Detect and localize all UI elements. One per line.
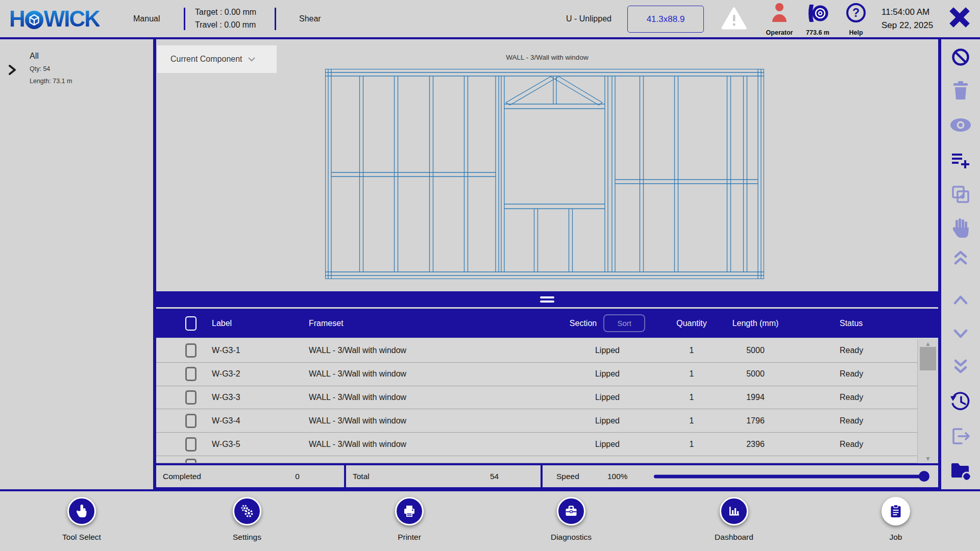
cell-label: W-G3-2 [212,369,309,379]
nav-label: Diagnostics [530,533,612,542]
scrollbar-thumb[interactable] [920,347,936,370]
table-row[interactable]: W-G3-2 WALL - 3/Wall with window Lipped … [156,363,938,386]
profile-indicator: U - Unlipped [566,0,611,37]
toolbox-icon [565,505,578,518]
table-row[interactable]: W-G3-5 WALL - 3/Wall with window Lipped … [156,433,938,456]
close-icon[interactable] [949,7,970,28]
duplicate-icon[interactable] [950,184,971,205]
dimension-box[interactable]: 41.3x88.9 [627,6,704,33]
job-stats-bar: Completed 0 Total 54 Speed 100% [156,463,938,489]
chevron-down-icon[interactable] [951,328,970,340]
nav-label: Job [855,533,937,542]
nav-diagnostics[interactable]: Diagnostics [530,491,612,542]
chevron-right-icon [8,65,17,75]
row-checkbox[interactable] [185,437,197,452]
completed-label: Completed [163,472,201,481]
table-row[interactable]: W-G3-3 WALL - 3/Wall with window Lipped … [156,386,938,410]
coil-button[interactable]: 773.6 m [798,3,837,36]
cell-section: Lipped [544,346,671,355]
nav-dashboard[interactable]: Dashboard [693,491,775,542]
scroll-down-icon[interactable]: ▼ [918,455,938,462]
nav-label: Settings [206,533,288,542]
cell-section: Lipped [544,416,671,425]
select-all-checkbox[interactable] [185,316,197,331]
speed-slider-thumb[interactable] [919,471,929,482]
cell-quantity: 1 [671,440,712,449]
bar-chart-icon [727,505,741,518]
group-title: All [30,52,39,61]
cell-section: Lipped [544,393,671,402]
travel-value: Travel : 0.00 mm [195,20,256,30]
nav-tool-select[interactable]: Tool Select [41,491,122,542]
help-label: Help [849,29,863,36]
frameset-group-all[interactable]: All Qty: 54 Length: 73.1 m [0,44,153,90]
mode-indicator[interactable]: Manual [133,0,160,37]
row-checkbox[interactable] [185,367,197,381]
completed-cell: Completed 0 [156,465,346,487]
scroll-up-icon[interactable]: ▲ [918,340,938,347]
howick-machine-ui: H WICK Manual Target : 0.00 mm Travel : … [0,0,980,551]
gears-icon [240,504,254,518]
operator-button[interactable]: Operator [760,3,799,36]
table-row[interactable]: W-G3-1 WALL - 3/Wall with window Lipped … [156,339,938,363]
table-scrollbar[interactable]: ▲ ▼ [917,339,938,463]
sort-button[interactable]: Sort [603,314,645,332]
nav-label: Tool Select [41,533,122,542]
double-chevron-down-icon[interactable] [951,357,970,376]
cell-frameset: WALL - 3/Wall with window [309,369,544,379]
cell-label: W-G3-3 [212,393,309,402]
speed-label: Speed [556,472,579,481]
row-checkbox[interactable] [185,343,197,358]
cell-status: Ready [799,393,917,402]
row-checkbox[interactable] [185,414,197,428]
cell-length: 1994 [712,393,799,402]
cell-frameset: WALL - 3/Wall with window [309,440,544,449]
chevron-up-icon[interactable] [951,294,970,306]
howick-logo: H WICK [9,0,100,37]
nav-job[interactable]: Job [855,491,937,542]
panel-resize-handle[interactable] [156,291,938,307]
double-chevron-up-icon[interactable] [951,248,970,267]
table-row-partial[interactable] [156,456,938,463]
speed-value: 100% [607,472,628,481]
wall-frame-drawing [325,69,764,279]
nav-printer[interactable]: Printer [369,491,450,542]
total-value: 54 [490,472,499,481]
top-bar: H WICK Manual Target : 0.00 mm Travel : … [0,0,980,39]
block-icon[interactable] [950,47,971,67]
col-label: Label [212,319,309,328]
clipboard-icon [889,504,902,518]
speed-cell: Speed 100% [543,465,938,487]
cell-quantity: 1 [671,393,712,402]
cell-section: Lipped [544,369,671,379]
help-button[interactable]: ? Help [837,3,875,36]
operator-label: Operator [766,29,793,36]
delete-icon[interactable] [951,81,970,100]
group-qty: Qty: 54 [30,65,50,72]
logo-text-h: H [9,6,24,32]
row-checkbox[interactable] [185,390,197,405]
add-folder-icon[interactable] [950,461,971,481]
tool-indicator[interactable]: Shear [299,0,321,37]
pan-hand-icon[interactable] [951,218,970,238]
nav-label: Printer [369,533,450,542]
row-checkbox[interactable] [185,459,197,463]
history-icon[interactable] [950,391,971,412]
nav-label: Dashboard [693,533,775,542]
speed-slider[interactable] [654,474,925,478]
clock-time: 11:54:00 AM [881,6,933,19]
export-icon[interactable] [950,427,971,445]
nav-settings[interactable]: Settings [206,491,288,542]
table-row[interactable]: W-G3-4 WALL - 3/Wall with window Lipped … [156,409,938,433]
cell-label: W-G3-1 [212,346,309,355]
cell-length: 1796 [712,416,799,425]
col-status: Status [799,319,917,328]
add-to-list-icon[interactable] [951,152,970,169]
cell-status: Ready [799,369,917,379]
cell-quantity: 1 [671,416,712,425]
col-quantity: Quantity [671,319,712,328]
group-length: Length: 73.1 m [30,78,72,85]
cell-frameset: WALL - 3/Wall with window [309,346,544,355]
warning-icon[interactable] [721,7,747,30]
view-icon[interactable] [949,117,972,133]
